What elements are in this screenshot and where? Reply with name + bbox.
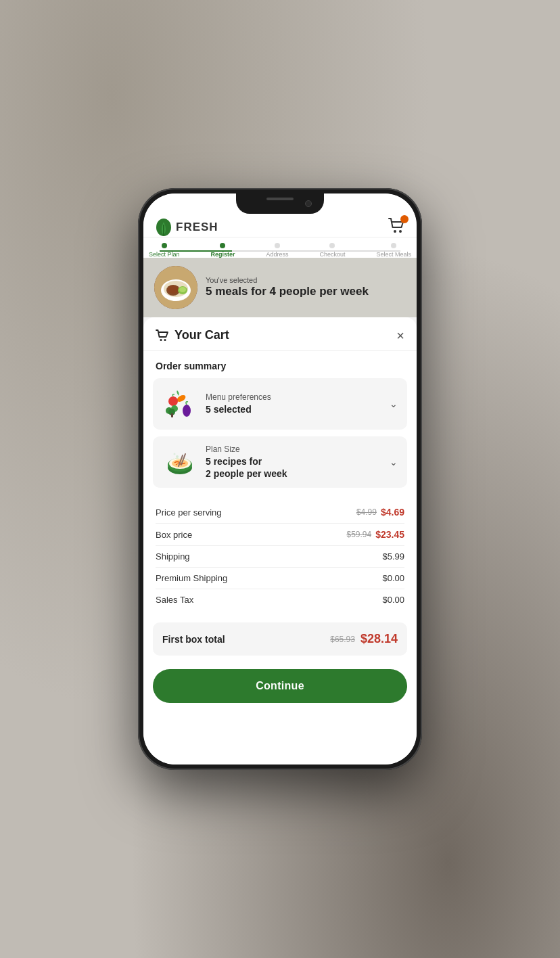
logo-leaf-icon	[154, 218, 173, 237]
shipping-row: Shipping $5.99	[156, 546, 404, 568]
first-box-total-section: First box total $65.93 $28.14	[153, 622, 407, 656]
hero-food-image	[154, 266, 197, 309]
premium-shipping-value: $0.00	[382, 573, 404, 583]
cart-badge	[400, 215, 409, 223]
box-price-row: Box price $59.94 $23.45	[156, 524, 404, 546]
svg-point-2	[394, 230, 396, 233]
plan-size-chevron-icon: ⌄	[390, 457, 398, 467]
svg-point-26	[176, 455, 179, 458]
price-section: Price per serving $4.99 $4.69 Box price …	[143, 495, 417, 617]
svg-point-11	[160, 339, 162, 341]
menu-prefs-chevron-icon: ⌄	[390, 398, 398, 409]
menu-prefs-content: Menu preferences 5 selected	[206, 392, 384, 415]
cart-title: Your Cart	[174, 328, 229, 342]
svg-point-8	[168, 286, 179, 294]
phone-frame: FRESH Select Plan	[138, 188, 422, 770]
svg-point-19	[183, 405, 191, 417]
premium-shipping-label: Premium Shipping	[156, 573, 227, 583]
svg-point-3	[399, 230, 402, 233]
shipping-value: $5.99	[382, 551, 404, 562]
menu-prefs-value: 5 selected	[206, 403, 384, 415]
hero-banner: You've selected 5 meals for 4 people per…	[143, 258, 417, 317]
price-per-serving-original: $4.99	[356, 507, 377, 517]
cart-icon-button[interactable]	[388, 218, 406, 237]
plan-size-title: Plan Size	[206, 444, 384, 454]
menu-prefs-title: Menu preferences	[206, 392, 384, 402]
price-per-serving-discounted: $4.69	[381, 507, 404, 518]
svg-point-12	[164, 339, 166, 341]
sales-tax-label: Sales Tax	[156, 595, 193, 605]
price-per-serving-label: Price per serving	[156, 507, 222, 518]
logo: FRESH	[154, 218, 218, 237]
veggie-illustration	[162, 386, 197, 421]
box-price-values: $59.94 $23.45	[346, 529, 404, 540]
plan-size-content: Plan Size 5 recipes for2 people per week	[206, 444, 384, 480]
cart-close-button[interactable]: ×	[396, 329, 404, 342]
svg-point-10	[179, 287, 186, 292]
price-per-serving-values: $4.99 $4.69	[356, 507, 404, 518]
nav-step-select-plan[interactable]: Select Plan	[149, 243, 180, 258]
nav-step-select-meals[interactable]: Select Meals	[376, 243, 411, 258]
menu-preferences-accordion[interactable]: Menu preferences 5 selected ⌄	[153, 378, 407, 430]
order-summary-label: Order summary	[143, 351, 417, 378]
shipping-label: Shipping	[156, 551, 190, 562]
first-box-total-original: $65.93	[330, 635, 355, 644]
nav-step-checkout[interactable]: Checkout	[319, 243, 345, 258]
sales-tax-value: $0.00	[382, 595, 404, 605]
hero-main-text: 5 meals for 4 people per week	[206, 284, 369, 299]
progress-nav: Select Plan Register Address Checkout Se…	[143, 237, 417, 258]
price-per-serving-row: Price per serving $4.99 $4.69	[156, 501, 404, 524]
camera	[305, 200, 312, 207]
sales-tax-row: Sales Tax $0.00	[156, 589, 404, 610]
svg-rect-18	[171, 413, 173, 417]
cart-modal: Your Cart × Order summary	[143, 317, 417, 765]
hero-text: You've selected 5 meals for 4 people per…	[206, 276, 369, 299]
cart-header: Your Cart ×	[143, 317, 417, 351]
plan-size-accordion[interactable]: Plan Size 5 recipes for2 people per week…	[153, 436, 407, 488]
nav-step-address[interactable]: Address	[266, 243, 288, 258]
premium-shipping-row: Premium Shipping $0.00	[156, 568, 404, 589]
continue-button[interactable]: Continue	[153, 669, 407, 703]
bowl-illustration	[162, 444, 197, 480]
notch	[236, 193, 324, 214]
cart-title-row: Your Cart	[156, 328, 229, 342]
svg-point-14	[168, 396, 178, 406]
nav-step-register[interactable]: Register	[210, 243, 235, 258]
logo-text: FRESH	[176, 221, 218, 234]
box-price-label: Box price	[156, 530, 192, 540]
first-box-total-values: $65.93 $28.14	[330, 632, 398, 646]
plan-size-value: 5 recipes for2 people per week	[206, 455, 384, 480]
hero-pre-label: You've selected	[206, 276, 369, 284]
first-box-total-discounted: $28.14	[360, 632, 398, 646]
svg-point-27	[174, 453, 176, 455]
cart-modal-icon	[156, 329, 169, 342]
first-box-total-label: First box total	[162, 634, 225, 645]
box-price-original: $59.94	[346, 530, 371, 539]
box-price-discounted: $23.45	[375, 529, 404, 540]
